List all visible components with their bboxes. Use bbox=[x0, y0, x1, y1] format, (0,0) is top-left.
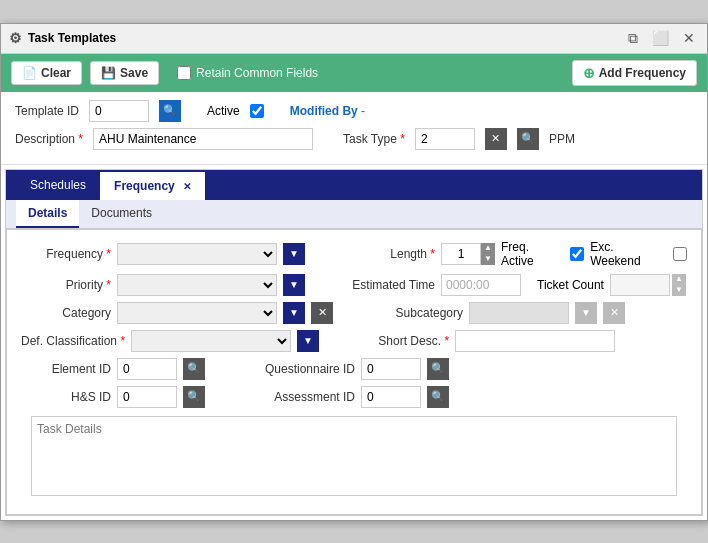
sub-tab-details[interactable]: Details bbox=[16, 200, 79, 228]
freq-active-label: Freq. Active bbox=[501, 240, 564, 268]
def-classification-label: Def. Classification bbox=[21, 334, 125, 348]
priority-dropdown-btn[interactable]: ▼ bbox=[283, 274, 305, 296]
hs-id-label: H&S ID bbox=[21, 390, 111, 404]
tab-frequency[interactable]: Frequency ✕ bbox=[100, 170, 205, 200]
priority-label: Priority bbox=[21, 278, 111, 292]
task-details-textarea[interactable] bbox=[37, 422, 671, 490]
short-desc-field: Short Desc. bbox=[349, 330, 615, 352]
length-spinners: ▲ ▼ bbox=[481, 243, 495, 265]
priority-select[interactable] bbox=[117, 274, 277, 296]
length-label: Length bbox=[335, 247, 435, 261]
save-icon: 💾 bbox=[101, 66, 116, 80]
retain-common-fields-label: Retain Common Fields bbox=[177, 66, 318, 80]
details-row-2: Priority ▼ Estimated Time Ticket Count ▲… bbox=[21, 274, 687, 296]
title-bar-right: ⧉ ⬜ ✕ bbox=[624, 28, 699, 49]
assessment-id-field: Assessment ID 🔍 bbox=[255, 386, 449, 408]
ticket-count-up-btn: ▲ bbox=[672, 274, 686, 285]
ticket-count-spinners: ▲ ▼ bbox=[672, 274, 686, 296]
restore-button[interactable]: ⧉ bbox=[624, 28, 642, 49]
questionnaire-id-field: Questionnaire ID 🔍 bbox=[255, 358, 449, 380]
tab-frequency-close[interactable]: ✕ bbox=[183, 181, 191, 192]
category-label: Category bbox=[21, 306, 111, 320]
category-dropdown-btn[interactable]: ▼ bbox=[283, 302, 305, 324]
active-checkbox[interactable] bbox=[250, 104, 264, 118]
def-classification-select[interactable] bbox=[131, 330, 291, 352]
ticket-count-wrap: ▲ ▼ bbox=[610, 274, 686, 296]
questionnaire-id-label: Questionnaire ID bbox=[255, 362, 355, 376]
task-type-clear-button[interactable]: ✕ bbox=[485, 128, 507, 150]
task-type-search-button[interactable]: 🔍 bbox=[517, 128, 539, 150]
short-desc-input[interactable] bbox=[455, 330, 615, 352]
assessment-id-search-btn[interactable]: 🔍 bbox=[427, 386, 449, 408]
exc-weekend-label: Exc. Weekend bbox=[590, 240, 667, 268]
clear-button[interactable]: 📄 Clear bbox=[11, 61, 82, 85]
task-type-label: Task Type bbox=[343, 132, 405, 146]
estimated-time-input[interactable] bbox=[441, 274, 521, 296]
clear-icon: 📄 bbox=[22, 66, 37, 80]
sub-tab-documents[interactable]: Documents bbox=[79, 200, 164, 228]
element-id-field: Element ID 🔍 bbox=[21, 358, 205, 380]
frequency-dropdown-btn[interactable]: ▼ bbox=[283, 243, 305, 265]
hs-id-field: H&S ID 🔍 bbox=[21, 386, 205, 408]
freq-active-checkbox[interactable] bbox=[570, 247, 584, 261]
save-button[interactable]: 💾 Save bbox=[90, 61, 159, 85]
details-section: Frequency ▼ Length ▲ ▼ Freq. Active bbox=[6, 229, 702, 515]
description-input[interactable] bbox=[93, 128, 313, 150]
exc-weekend-checkbox[interactable] bbox=[673, 247, 687, 261]
estimated-time-field: Estimated Time Ticket Count ▲ ▼ bbox=[335, 274, 686, 296]
active-label: Active bbox=[207, 104, 240, 118]
settings-icon: ⚙ bbox=[9, 30, 22, 46]
add-icon: ⊕ bbox=[583, 65, 595, 81]
category-field: Category ▼ ✕ bbox=[21, 302, 333, 324]
estimated-time-label: Estimated Time bbox=[335, 278, 435, 292]
def-classification-field: Def. Classification ▼ bbox=[21, 330, 319, 352]
def-classification-dropdown-btn[interactable]: ▼ bbox=[297, 330, 319, 352]
category-select[interactable] bbox=[117, 302, 277, 324]
assessment-id-label: Assessment ID bbox=[255, 390, 355, 404]
add-frequency-button[interactable]: ⊕ Add Frequency bbox=[572, 60, 697, 86]
length-input[interactable] bbox=[441, 243, 481, 265]
main-content: Schedules Frequency ✕ Details Documents … bbox=[5, 169, 703, 516]
details-row-3: Category ▼ ✕ Subcategory ▼ ✕ bbox=[21, 302, 687, 324]
tab-schedules[interactable]: Schedules bbox=[16, 171, 100, 199]
category-clear-btn[interactable]: ✕ bbox=[311, 302, 333, 324]
element-id-label: Element ID bbox=[21, 362, 111, 376]
retain-common-fields-checkbox[interactable] bbox=[177, 66, 191, 80]
template-id-input[interactable] bbox=[89, 100, 149, 122]
tabs-bar: Schedules Frequency ✕ bbox=[6, 170, 702, 200]
frequency-select[interactable] bbox=[117, 243, 277, 265]
questionnaire-id-input[interactable] bbox=[361, 358, 421, 380]
subcategory-input bbox=[469, 302, 569, 324]
sub-tabs-bar: Details Documents bbox=[6, 200, 702, 229]
title-bar-left: ⚙ Task Templates bbox=[9, 30, 116, 46]
maximize-button[interactable]: ⬜ bbox=[648, 28, 673, 48]
element-id-search-btn[interactable]: 🔍 bbox=[183, 358, 205, 380]
hs-id-search-btn[interactable]: 🔍 bbox=[183, 386, 205, 408]
template-id-search-button[interactable]: 🔍 bbox=[159, 100, 181, 122]
short-desc-label: Short Desc. bbox=[349, 334, 449, 348]
task-type-input[interactable] bbox=[415, 128, 475, 150]
subcategory-label: Subcategory bbox=[363, 306, 463, 320]
length-up-btn[interactable]: ▲ bbox=[481, 243, 495, 254]
length-down-btn[interactable]: ▼ bbox=[481, 254, 495, 265]
task-type-suffix: PPM bbox=[549, 132, 575, 146]
hs-id-input[interactable] bbox=[117, 386, 177, 408]
form-row-1: Template ID 🔍 Active Modified By - bbox=[15, 100, 693, 122]
element-id-input[interactable] bbox=[117, 358, 177, 380]
modified-by-label: Modified By - bbox=[290, 104, 365, 118]
assessment-id-input[interactable] bbox=[361, 386, 421, 408]
length-field: Length ▲ ▼ Freq. Active Exc. Weekend bbox=[335, 240, 687, 268]
title-bar: ⚙ Task Templates ⧉ ⬜ ✕ bbox=[1, 24, 707, 54]
ticket-count-down-btn: ▼ bbox=[672, 285, 686, 296]
main-window: ⚙ Task Templates ⧉ ⬜ ✕ 📄 Clear 💾 Save Re… bbox=[0, 23, 708, 521]
details-row-4: Def. Classification ▼ Short Desc. bbox=[21, 330, 687, 352]
template-id-label: Template ID bbox=[15, 104, 79, 118]
details-row-5: Element ID 🔍 Questionnaire ID 🔍 bbox=[21, 358, 687, 380]
window-title: Task Templates bbox=[28, 31, 116, 45]
questionnaire-id-search-btn[interactable]: 🔍 bbox=[427, 358, 449, 380]
ticket-count-input bbox=[610, 274, 670, 296]
details-row-1: Frequency ▼ Length ▲ ▼ Freq. Active bbox=[21, 240, 687, 268]
subcategory-field: Subcategory ▼ ✕ bbox=[363, 302, 625, 324]
modified-by-value: - bbox=[361, 104, 365, 118]
close-button[interactable]: ✕ bbox=[679, 28, 699, 48]
